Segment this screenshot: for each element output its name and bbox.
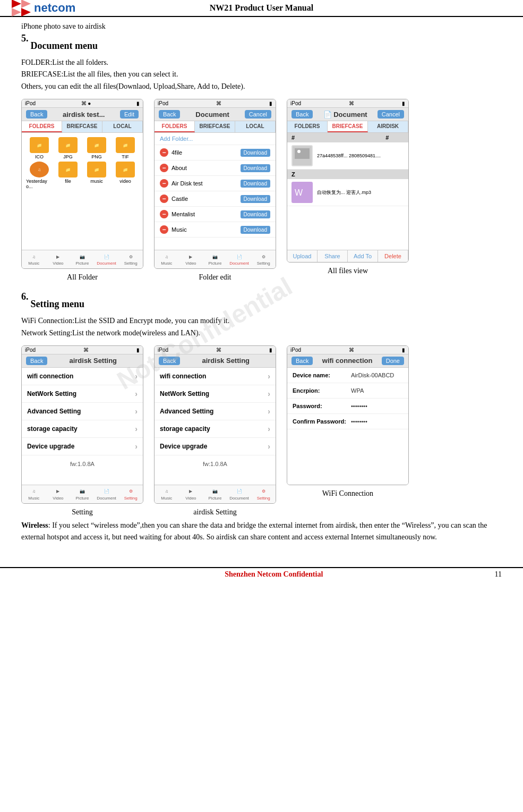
download-btn-music[interactable]: Download [241, 226, 270, 234]
bottom-tab-setting-setting[interactable]: ⚙ Setting [118, 486, 143, 502]
bottom-tab-video[interactable]: ▶ Video [46, 251, 71, 267]
folder-video[interactable]: 📁 video [112, 162, 139, 189]
chevron-advanced: › [135, 407, 138, 416]
list-item-airdisktest[interactable]: − Air Disk test Download [155, 176, 276, 191]
bottom-tab-setting-music[interactable]: ♫ Music [22, 486, 46, 502]
section6-intro: WiFi Connection:List the SSID and Encryp… [21, 315, 502, 339]
folder-ico[interactable]: 📁 ICO [26, 137, 53, 159]
add-folder-row[interactable]: Add Folder... [155, 133, 276, 145]
tab-allfiles-briefcase[interactable]: BRIEFCASE [328, 121, 368, 132]
airdisk-bottom-picture[interactable]: 📷 Picture [203, 486, 227, 502]
bottom-tab-setting-document[interactable]: 📄 Document [95, 486, 119, 502]
status-battery: ▮ [136, 100, 140, 106]
bottom-tab-music[interactable]: ♫ Music [22, 251, 46, 267]
back-button-folder[interactable]: Back [26, 110, 47, 119]
folder-yesterday[interactable]: ♫ Yesterday o... [26, 162, 53, 189]
bottom-tab-edit-music[interactable]: ♫ Music [155, 251, 179, 267]
bottom-tab-picture[interactable]: 📷 Picture [70, 251, 95, 267]
list-item-about[interactable]: − About Download [155, 160, 276, 176]
tab-allfiles-folders[interactable]: FOLDERS [287, 121, 328, 132]
bottom-tab-edit-document[interactable]: 📄 Document [227, 251, 252, 267]
screenshot-airdisk-setting: iPod ⌘ ▮ Back airdisk Setting wifi conne… [154, 345, 276, 517]
airdisk-item-upgrade[interactable]: Device upgrade › [155, 438, 276, 455]
download-btn-about[interactable]: Download [241, 164, 270, 172]
bottom-tab-edit-picture[interactable]: 📷 Picture [203, 251, 227, 267]
action-share[interactable]: Share [318, 250, 348, 262]
tab-local[interactable]: LOCAL [102, 121, 143, 132]
setting-item-advanced[interactable]: Advanced Setting › [22, 403, 143, 420]
setting-item-storage[interactable]: storage capacity › [22, 420, 143, 438]
tab-folders[interactable]: FOLDERS [22, 121, 62, 132]
folder-png[interactable]: 📁 PNG [83, 137, 110, 159]
setting-item-upgrade[interactable]: Device upgrade › [22, 438, 143, 455]
svg-marker-3 [21, 8, 31, 16]
cancel-button-allfiles[interactable]: Cancel [378, 110, 404, 119]
airdisk-item-network[interactable]: NetWork Setting › [155, 385, 276, 403]
bottom-tab-setting-video[interactable]: ▶ Video [46, 486, 71, 502]
file-item-img[interactable]: 27a448538ff... 2808509481.... [287, 142, 408, 170]
phone-frame-all-files: iPod ⌘ ▮ Back 📄 Document Cancel FOLDERS … [287, 99, 409, 263]
airdisk-item-storage[interactable]: storage capacity › [155, 420, 276, 438]
airdisk-bottom-music[interactable]: ♫ Music [155, 486, 179, 502]
list-item-music[interactable]: − Music Download [155, 222, 276, 238]
phone-frame-folder: iPod ⌘ ● ▮ Back airdisk test... Edit FOL… [21, 99, 143, 269]
screenshot-folder-edit: iPod ⌘ ▮ Back Document Cancel FOLDERS BR… [154, 99, 276, 282]
action-upload[interactable]: Upload [287, 250, 318, 262]
airdisk-item-wifi[interactable]: wifi connection › [155, 368, 276, 385]
folder-edit-body: Add Folder... − 4file Download − About [155, 133, 276, 250]
setting-item-network[interactable]: NetWork Setting › [22, 385, 143, 403]
back-button-setting[interactable]: Back [26, 357, 47, 365]
tab-edit-local[interactable]: LOCAL [235, 121, 276, 132]
action-addto[interactable]: Add To [348, 250, 378, 262]
phone-frame-wifi: iPod ⌘ ▮ Back wifi connection Done Devic… [287, 345, 409, 485]
folder-tif[interactable]: 📁 TIF [112, 137, 139, 159]
bottom-tab-edit-setting[interactable]: ⚙ Setting [251, 251, 276, 267]
airdisk-item-advanced[interactable]: Advanced Setting › [155, 403, 276, 420]
folder-icon-music: ♫ [30, 162, 49, 177]
bottom-tab-setting[interactable]: ⚙ Setting [118, 251, 143, 267]
setting-picture-icon: 📷 [78, 488, 87, 495]
setting-item-wifi[interactable]: wifi connection › [22, 368, 143, 385]
status-bar-airdisk-setting: iPod ⌘ ▮ [155, 346, 276, 354]
section5-intro1: FOLDER:List the all folders.BRIEFCASE:Li… [21, 57, 502, 92]
bottom-tab-setting-picture[interactable]: 📷 Picture [70, 486, 95, 502]
airdisk-bottom-setting[interactable]: ⚙ Setting [251, 486, 276, 502]
list-item-mentalist[interactable]: − Mentalist Download [155, 207, 276, 222]
download-btn-airdisktest[interactable]: Download [241, 180, 270, 188]
download-btn-mentalist[interactable]: Download [241, 210, 270, 218]
back-button-edit[interactable]: Back [159, 110, 180, 119]
tab-edit-folders[interactable]: FOLDERS [155, 121, 195, 132]
list-item-4file[interactable]: − 4file Download [155, 145, 276, 160]
wifi-password-row[interactable]: Password: •••••••• [287, 399, 408, 414]
logo-text: netcom [34, 1, 75, 15]
edit-button-folder[interactable]: Edit [120, 110, 139, 119]
airdisk-bottom-video[interactable]: ▶ Video [179, 486, 203, 502]
tab-edit-briefcase[interactable]: BRIEFCASE [195, 121, 235, 132]
folder-music[interactable]: 📁 music [83, 162, 110, 189]
bottom-tab-edit-video[interactable]: ▶ Video [179, 251, 203, 267]
file-item-music[interactable]: W 自动恢复为... 迎害人.mp3 [287, 179, 408, 206]
action-delete[interactable]: Delete [378, 250, 408, 262]
page-header: netcom NW21 Product User Manual [0, 0, 523, 17]
wifi-device-name-row: Device name: AirDisk-00ABCD [287, 368, 408, 383]
wifi-encryption-row: Encrpion: WPA [287, 383, 408, 399]
download-btn-4file[interactable]: Download [241, 149, 270, 157]
status-bar-allfiles: iPod ⌘ ▮ [287, 99, 408, 108]
airdisk-bottom-document[interactable]: 📄 Document [227, 486, 252, 502]
status-bar-wifi: iPod ⌘ ▮ [287, 346, 408, 354]
folder-jpg[interactable]: 📁 JPG [55, 137, 81, 159]
airdisk-setting-icon: ⚙ [259, 488, 268, 495]
download-btn-castle[interactable]: Download [241, 195, 270, 203]
back-button-airdisk-setting[interactable]: Back [159, 357, 180, 365]
tab-allfiles-airdisk[interactable]: AIRDISK [368, 121, 408, 132]
tab-briefcase[interactable]: BRIEFCASE [62, 121, 102, 132]
done-button-wifi[interactable]: Done [382, 357, 404, 365]
cancel-button-edit[interactable]: Cancel [245, 110, 271, 119]
bottom-tab-document[interactable]: 📄 Document [95, 251, 119, 267]
list-item-castle[interactable]: − Castle Download [155, 191, 276, 207]
folder-file[interactable]: 📁 file [55, 162, 81, 189]
wifi-confirm-password-row[interactable]: Confirm Password: •••••••• [287, 414, 408, 429]
back-button-wifi[interactable]: Back [291, 357, 313, 365]
screenshot-wifi-connection: iPod ⌘ ▮ Back wifi connection Done Devic… [287, 345, 409, 498]
back-button-allfiles[interactable]: Back [291, 110, 313, 119]
